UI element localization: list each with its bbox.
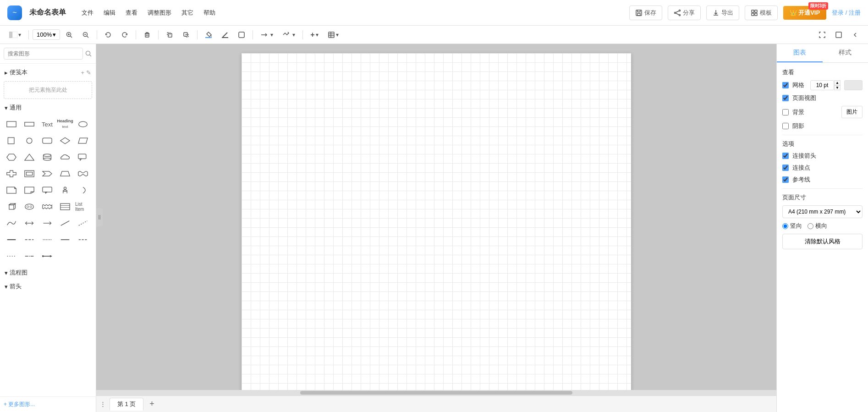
zoom-out-button[interactable] [78, 29, 93, 40]
page-tab-1[interactable]: 第 1 页 [110, 398, 143, 411]
delete-button[interactable] [140, 29, 154, 40]
shape-cylinder[interactable] [39, 149, 55, 165]
shape-list-label[interactable]: List Item [75, 199, 91, 214]
scrollbar-thumb-h[interactable] [300, 391, 572, 395]
canvas-container[interactable]: || [96, 44, 776, 390]
zoom-in-button[interactable] [62, 29, 77, 40]
grid-color-picker[interactable] [844, 80, 863, 90]
shape-line-bold[interactable] [4, 232, 19, 247]
shape-arrow-right[interactable] [39, 215, 55, 231]
menu-file[interactable]: 文件 [77, 7, 98, 19]
shape-speech-bubble[interactable] [39, 182, 55, 198]
search-input[interactable] [4, 48, 83, 60]
menu-edit[interactable]: 编辑 [99, 7, 120, 19]
more-shapes-button[interactable]: + 更多图形... [4, 401, 92, 408]
shape-line-3[interactable] [4, 248, 19, 264]
sidebar-toggle-button[interactable]: ▾ [5, 30, 25, 40]
shape-cross[interactable] [4, 166, 19, 181]
canvas-page[interactable] [242, 53, 631, 390]
undo-button[interactable] [101, 29, 115, 40]
shape-tape[interactable] [22, 199, 37, 214]
shape-drop-area[interactable]: 把元素拖至此处 [4, 81, 92, 99]
notebook-edit-icon[interactable]: ✎ [86, 69, 91, 76]
background-image-button[interactable]: 图片 [841, 106, 863, 118]
shape-line-dash3[interactable] [39, 232, 55, 247]
shape-curve[interactable] [4, 215, 19, 231]
shape-person[interactable] [57, 182, 73, 198]
connect-arrow-checkbox[interactable] [782, 153, 789, 159]
shape-triangle[interactable] [22, 149, 37, 165]
grid-value-down[interactable]: ▼ [834, 85, 841, 90]
shape-line-dash1[interactable] [75, 215, 91, 231]
arrow-style-button[interactable]: ▾ [257, 29, 277, 40]
stroke-color-button[interactable] [218, 29, 232, 40]
shape-rounded-rect[interactable] [39, 133, 55, 148]
shape-rect[interactable] [4, 116, 19, 132]
reference-line-checkbox[interactable] [782, 176, 789, 183]
fit-page-button[interactable] [815, 29, 830, 40]
template-button[interactable]: 模板 [745, 5, 778, 20]
shape-trapezoid[interactable] [57, 166, 73, 181]
waypoint-button[interactable]: ▾ [279, 29, 299, 40]
menu-view[interactable]: 查看 [121, 7, 142, 19]
shape-heading[interactable]: Headingtext [57, 116, 73, 132]
connect-point-checkbox[interactable] [782, 165, 789, 171]
sidebar-section-flowchart[interactable]: ▾ 流程图 [0, 266, 96, 280]
canvas-scrollbar-horizontal[interactable] [96, 390, 776, 396]
zoom-control[interactable]: 100% ▾ [33, 29, 60, 40]
share-button[interactable]: 分享 [668, 5, 701, 20]
shape-cloud[interactable] [57, 149, 73, 165]
grid-value-input[interactable] [810, 80, 834, 90]
shape-line-2[interactable] [75, 232, 91, 247]
search-icon[interactable] [85, 50, 92, 57]
shape-list-item[interactable] [57, 199, 73, 214]
shape-callout[interactable] [75, 149, 91, 165]
shape-line-dash2[interactable] [22, 232, 37, 247]
shape-wave[interactable] [75, 166, 91, 181]
page-tab-menu-button[interactable]: ⋮ [100, 401, 106, 407]
shape-line-4[interactable] [22, 248, 37, 264]
shape-line-arrow2[interactable] [39, 248, 55, 264]
orientation-portrait-label[interactable]: 竖向 [782, 222, 802, 230]
shape-frame[interactable] [22, 166, 37, 181]
shape-note[interactable] [22, 182, 37, 198]
shape-ellipse[interactable] [75, 116, 91, 132]
shape-wavy-band[interactable] [39, 199, 55, 214]
shadow-checkbox[interactable] [782, 123, 789, 129]
orientation-landscape-radio[interactable] [808, 223, 813, 229]
shape-style-button[interactable] [234, 29, 249, 40]
shape-square[interactable] [4, 133, 19, 148]
shape-double-arrow[interactable] [22, 215, 37, 231]
insert-button[interactable]: + ▾ [307, 29, 322, 41]
page-view-checkbox[interactable] [782, 95, 789, 101]
shape-line-1[interactable] [57, 232, 73, 247]
menu-adjust[interactable]: 调整图形 [143, 7, 176, 19]
sidebar-section-notebook[interactable]: ▸ 便笺本 + ✎ [0, 66, 96, 79]
tab-style[interactable]: 样式 [823, 44, 868, 62]
background-checkbox[interactable] [782, 109, 789, 115]
bring-front-button[interactable] [162, 29, 177, 40]
shape-cube[interactable] [4, 199, 19, 214]
sidebar-section-general[interactable]: ▾ 通用 [0, 101, 96, 115]
sidebar-section-arrow[interactable]: ▾ 箭头 [0, 280, 96, 293]
login-button[interactable]: 登录 / 注册 [832, 9, 861, 17]
shape-wide-rect[interactable] [22, 116, 37, 132]
vip-button[interactable]: 限时3折 👑 开通VIP [783, 6, 827, 20]
shape-diamond[interactable] [57, 133, 73, 148]
collapse-panel-button[interactable] [848, 29, 863, 40]
tab-chart[interactable]: 图表 [777, 44, 823, 62]
table-button[interactable]: ▾ [324, 29, 342, 40]
shape-hexagon[interactable] [4, 149, 19, 165]
menu-other[interactable]: 其它 [177, 7, 198, 19]
shape-arc[interactable] [75, 182, 91, 198]
send-back-button[interactable] [179, 29, 193, 40]
export-button[interactable]: 导出 [706, 5, 739, 20]
orientation-portrait-radio[interactable] [782, 223, 788, 229]
add-page-button[interactable]: + [145, 398, 158, 411]
shape-page-curl[interactable] [4, 182, 19, 198]
fill-color-button[interactable] [201, 29, 216, 40]
orientation-landscape-label[interactable]: 横向 [808, 222, 827, 230]
notebook-add-icon[interactable]: + [81, 69, 84, 76]
shape-parallelogram[interactable] [75, 133, 91, 148]
canvas-collapse-handle[interactable]: || [96, 208, 103, 226]
